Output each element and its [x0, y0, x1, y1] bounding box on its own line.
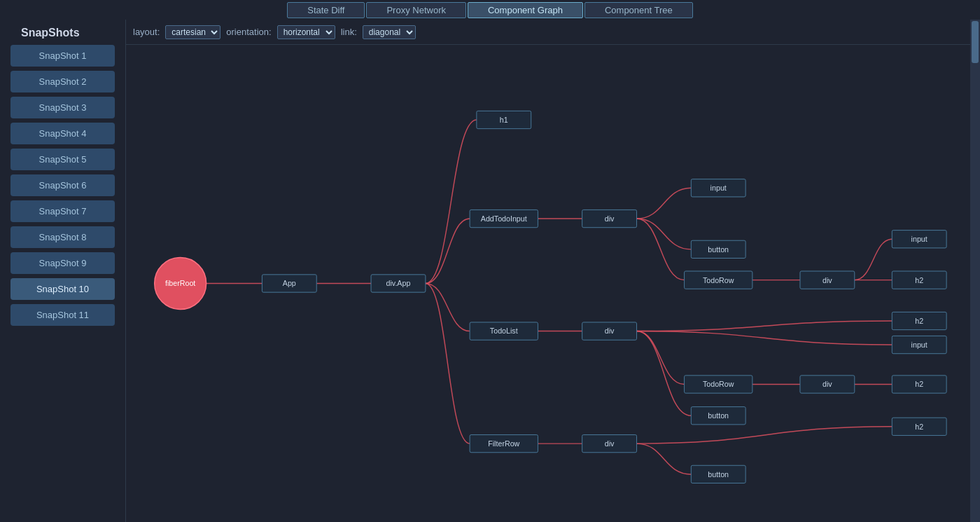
snapshot-btn-10[interactable]: SnapShot 10 — [10, 278, 115, 300]
node-input_tl1[interactable]: input — [892, 336, 946, 353]
svg-text:fiberRoot: fiberRoot — [165, 279, 195, 287]
layout-select[interactable]: cartesian radial — [165, 25, 220, 39]
node-divApp[interactable]: div.App — [371, 275, 426, 292]
snapshot-btn-2[interactable]: SnapShot 2 — [10, 71, 115, 92]
svg-text:input: input — [911, 235, 927, 243]
snapshot-btn-4[interactable]: SnapShot 4 — [10, 123, 115, 144]
sidebar: SnapShots SnapShot 1SnapShot 2SnapShot 3… — [0, 20, 126, 522]
svg-text:FilterRow: FilterRow — [488, 439, 519, 448]
edge-div3-input_tl1 — [636, 331, 892, 345]
edge-div3-button2 — [636, 331, 691, 416]
node-AddTodoInput[interactable]: AddTodoInput — [470, 210, 538, 227]
graph-area: layout: cartesian radial orientation: ho… — [126, 20, 970, 522]
node-h2_tr2[interactable]: h2 — [892, 376, 946, 393]
svg-text:button: button — [708, 245, 729, 254]
node-button1[interactable]: button — [691, 240, 746, 258]
edge-divApp-h1 — [426, 120, 477, 283]
snapshot-btn-11[interactable]: SnapShot 11 — [10, 304, 115, 326]
svg-text:AddTodoInput: AddTodoInput — [481, 214, 527, 223]
node-button3[interactable]: button — [691, 465, 746, 483]
snapshot-list[interactable]: SnapShot 1SnapShot 2SnapShot 3SnapShot 4… — [0, 45, 125, 522]
orientation-select[interactable]: horizontal vertical — [277, 25, 335, 39]
tab-component-graph[interactable]: Component Graph — [468, 2, 583, 18]
svg-text:App: App — [283, 279, 296, 287]
svg-text:button: button — [708, 470, 729, 479]
edge-divApp-TodoList — [426, 284, 470, 331]
node-div2[interactable]: div — [800, 271, 855, 289]
svg-text:h2: h2 — [915, 380, 923, 388]
svg-text:h1: h1 — [500, 116, 508, 124]
node-TodoRow2[interactable]: TodoRow — [685, 376, 752, 393]
svg-text:div.App: div.App — [386, 279, 411, 287]
snapshot-btn-9[interactable]: SnapShot 9 — [10, 252, 115, 274]
node-div4[interactable]: div — [800, 376, 855, 393]
edge-div2-input_tr1 — [855, 239, 892, 280]
link-select[interactable]: diagonal elbow straight step — [363, 25, 416, 39]
edge-div1-TodoRow1 — [636, 219, 684, 280]
edge-div5-button3 — [636, 444, 691, 474]
edge-divApp-AddTodoInput — [426, 219, 470, 283]
snapshot-btn-8[interactable]: SnapShot 8 — [10, 226, 115, 248]
snapshot-btn-5[interactable]: SnapShot 5 — [10, 149, 115, 170]
edge-div5-h2_fr — [636, 427, 892, 444]
svg-text:div: div — [605, 214, 615, 223]
link-label: link: — [341, 27, 357, 37]
component-graph-svg: fiberRootAppdiv.Apph1AddTodoInputdivinpu… — [126, 45, 970, 522]
scrollbar-thumb[interactable] — [972, 21, 979, 63]
tab-proxy-network[interactable]: Proxy Network — [366, 2, 466, 18]
main-layout: SnapShots SnapShot 1SnapShot 2SnapShot 3… — [0, 20, 980, 522]
top-navigation: State Diff Proxy Network Component Graph… — [0, 0, 980, 20]
svg-text:TodoRow: TodoRow — [703, 380, 734, 388]
node-h1[interactable]: h1 — [477, 111, 531, 128]
edge-div1-input1 — [636, 188, 691, 219]
layout-label: layout: — [133, 27, 160, 37]
svg-text:h2: h2 — [915, 276, 923, 284]
node-TodoRow1[interactable]: TodoRow — [685, 271, 752, 289]
svg-text:TodoList: TodoList — [490, 327, 518, 335]
node-div1[interactable]: div — [582, 210, 637, 227]
tab-component-tree[interactable]: Component Tree — [584, 2, 693, 18]
node-App[interactable]: App — [262, 275, 316, 292]
svg-text:div: div — [822, 380, 832, 388]
right-scrollbar[interactable] — [970, 20, 980, 522]
node-button2[interactable]: button — [691, 407, 746, 425]
node-div5[interactable]: div — [582, 434, 637, 452]
snapshot-btn-7[interactable]: SnapShot 7 — [10, 200, 115, 222]
svg-text:div: div — [605, 439, 615, 448]
svg-text:h2: h2 — [915, 317, 923, 325]
node-h2_tl1[interactable]: h2 — [892, 312, 946, 329]
sidebar-title: SnapShots — [0, 20, 125, 45]
node-FilterRow[interactable]: FilterRow — [470, 434, 538, 452]
svg-text:div: div — [822, 276, 832, 284]
snapshot-btn-1[interactable]: SnapShot 1 — [10, 45, 115, 67]
node-fiberRoot[interactable]: fiberRoot — [155, 258, 206, 310]
node-TodoList[interactable]: TodoList — [470, 322, 538, 340]
svg-text:input: input — [911, 341, 927, 349]
svg-text:input: input — [710, 184, 727, 192]
svg-text:div: div — [605, 327, 615, 335]
tab-state-diff[interactable]: State Diff — [287, 2, 365, 18]
edge-div1-button1 — [636, 219, 691, 249]
node-h2_fr[interactable]: h2 — [892, 418, 946, 435]
node-div3[interactable]: div — [582, 322, 637, 340]
node-h2_tr1[interactable]: h2 — [892, 271, 946, 289]
graph-svg-container[interactable]: fiberRootAppdiv.Apph1AddTodoInputdivinpu… — [126, 45, 970, 522]
svg-text:h2: h2 — [915, 423, 923, 431]
snapshot-btn-6[interactable]: SnapShot 6 — [10, 174, 115, 196]
svg-text:button: button — [708, 411, 729, 420]
node-input1[interactable]: input — [691, 179, 746, 197]
orientation-label: orientation: — [226, 27, 271, 37]
edge-div3-h2_tl1 — [636, 321, 892, 331]
graph-controls: layout: cartesian radial orientation: ho… — [126, 20, 970, 45]
edge-div3-TodoRow2 — [636, 331, 684, 385]
svg-text:TodoRow: TodoRow — [703, 276, 734, 284]
node-input_tr1[interactable]: input — [892, 231, 946, 248]
snapshot-btn-3[interactable]: SnapShot 3 — [10, 97, 115, 118]
